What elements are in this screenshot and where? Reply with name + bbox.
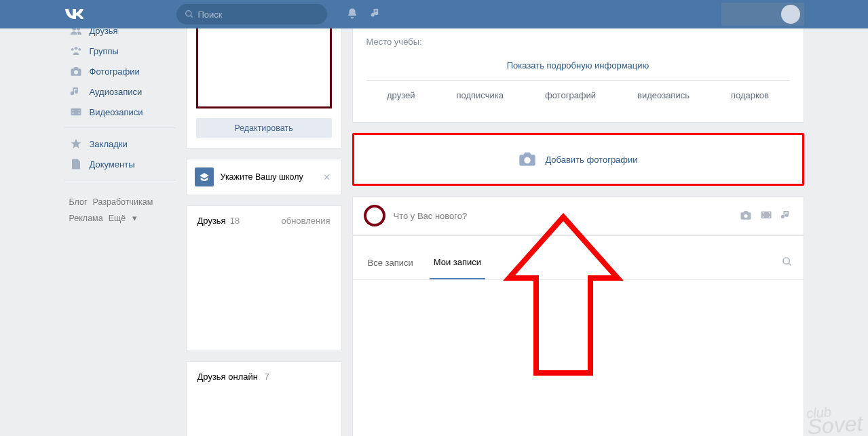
nav-documents[interactable]: Документы xyxy=(64,154,176,174)
study-label: Место учёбы: xyxy=(366,37,475,47)
svg-point-20 xyxy=(783,258,789,264)
star-icon xyxy=(69,138,83,150)
post-input[interactable] xyxy=(394,211,732,221)
nav-bookmarks[interactable]: Закладки xyxy=(64,134,176,154)
groups-icon xyxy=(69,45,83,57)
add-photo-button[interactable]: Добавить фотографии xyxy=(352,133,804,186)
topbar xyxy=(0,0,868,28)
school-prompt-text: Укажите Вашу школу xyxy=(221,172,320,182)
svg-line-1 xyxy=(190,16,192,18)
footer-links: БлогРазработчикам РекламаЕщё▾ xyxy=(64,194,176,226)
friends-online-label[interactable]: Друзья онлайн xyxy=(197,372,258,382)
svg-rect-9 xyxy=(72,110,73,111)
counter-videos[interactable]: видеозапись xyxy=(637,90,690,100)
nav-label: Аудиозаписи xyxy=(90,87,143,97)
search-icon xyxy=(185,9,194,19)
post-avatar xyxy=(364,205,385,226)
attach-video-icon[interactable] xyxy=(760,209,772,223)
svg-point-5 xyxy=(71,48,73,51)
nav-label: Группы xyxy=(90,46,119,56)
friends-count: 18 xyxy=(230,216,240,226)
avatar-box[interactable] xyxy=(196,16,332,108)
svg-rect-11 xyxy=(78,110,79,111)
svg-rect-8 xyxy=(71,108,81,116)
show-more-info[interactable]: Показать подробную информацию xyxy=(366,51,790,80)
footer-ads[interactable]: Реклама xyxy=(69,214,103,223)
svg-rect-17 xyxy=(762,216,763,218)
svg-point-0 xyxy=(185,11,191,16)
bell-icon[interactable] xyxy=(346,7,358,22)
video-icon xyxy=(69,106,83,118)
svg-rect-16 xyxy=(762,212,763,214)
search-box[interactable] xyxy=(176,4,327,24)
attach-audio-icon[interactable] xyxy=(780,209,793,223)
nav-label: Документы xyxy=(90,159,135,170)
nav-audio[interactable]: Аудиозаписи xyxy=(64,81,176,102)
svg-point-4 xyxy=(74,47,77,50)
school-icon xyxy=(195,167,214,186)
nav-label: Фотографии xyxy=(90,66,140,77)
footer-blog[interactable]: Блог xyxy=(69,197,88,207)
svg-rect-18 xyxy=(768,212,770,214)
nav-label: Видеозаписи xyxy=(90,107,143,117)
nav-label: Закладки xyxy=(90,139,128,149)
friends-online-card: Друзья онлайн 7 xyxy=(186,361,342,436)
close-icon[interactable]: ✕ xyxy=(320,170,333,185)
friends-label[interactable]: Друзья xyxy=(197,216,226,226)
svg-point-6 xyxy=(78,48,81,51)
avatar-card: Редактировать xyxy=(186,19,342,148)
nav-video[interactable]: Видеозаписи xyxy=(64,102,176,122)
document-icon xyxy=(69,158,83,170)
search-input[interactable] xyxy=(198,9,319,20)
footer-more[interactable]: Ещё▾ xyxy=(109,214,143,223)
nav-groups[interactable]: Группы xyxy=(64,41,176,61)
counter-friends[interactable]: друзей xyxy=(387,90,415,100)
svg-rect-12 xyxy=(78,113,79,115)
school-prompt-card[interactable]: Укажите Вашу школу ✕ xyxy=(186,159,342,195)
user-menu[interactable] xyxy=(721,3,804,26)
attach-photo-icon[interactable] xyxy=(740,209,752,223)
svg-rect-19 xyxy=(768,216,770,218)
svg-line-21 xyxy=(789,263,791,265)
nav-photos[interactable]: Фотографии xyxy=(64,61,176,81)
tab-my-posts[interactable]: Мои записи xyxy=(430,246,485,279)
friends-updates[interactable]: обновления xyxy=(282,216,331,226)
svg-point-14 xyxy=(744,214,747,217)
edit-button[interactable]: Редактировать xyxy=(196,118,332,138)
svg-rect-10 xyxy=(72,113,73,115)
top-icons xyxy=(346,7,383,22)
counter-subs[interactable]: подписчика xyxy=(457,90,504,100)
tab-all-posts[interactable]: Все записи xyxy=(364,246,417,279)
watermark: club Sovet xyxy=(806,405,863,435)
wall-card: Все записи Мои записи xyxy=(352,235,804,436)
counter-gifts[interactable]: подарков xyxy=(731,90,769,100)
camera-icon xyxy=(69,65,83,77)
svg-point-13 xyxy=(525,157,531,163)
user-avatar xyxy=(781,5,800,24)
audio-icon xyxy=(69,85,83,98)
music-icon[interactable] xyxy=(371,7,383,22)
friends-card: Друзья 18 обновления xyxy=(186,205,342,351)
svg-point-7 xyxy=(74,71,78,75)
counter-photos[interactable]: фотографий xyxy=(545,90,596,100)
vk-logo[interactable] xyxy=(64,5,176,23)
info-card: День рождения:7 февраля 1995г. Место учё… xyxy=(352,19,804,123)
footer-devs[interactable]: Разработчикам xyxy=(93,197,153,207)
camera-icon xyxy=(518,149,537,170)
left-nav: Друзья Группы Фотографии Аудиозаписи Вид… xyxy=(64,28,176,436)
add-photo-label: Добавить фотографии xyxy=(545,155,637,165)
counters: друзей подписчика фотографий видеозапись… xyxy=(366,80,790,110)
wall-search-icon[interactable] xyxy=(782,256,793,269)
friends-online-count: 7 xyxy=(265,372,269,382)
post-box xyxy=(352,196,804,235)
